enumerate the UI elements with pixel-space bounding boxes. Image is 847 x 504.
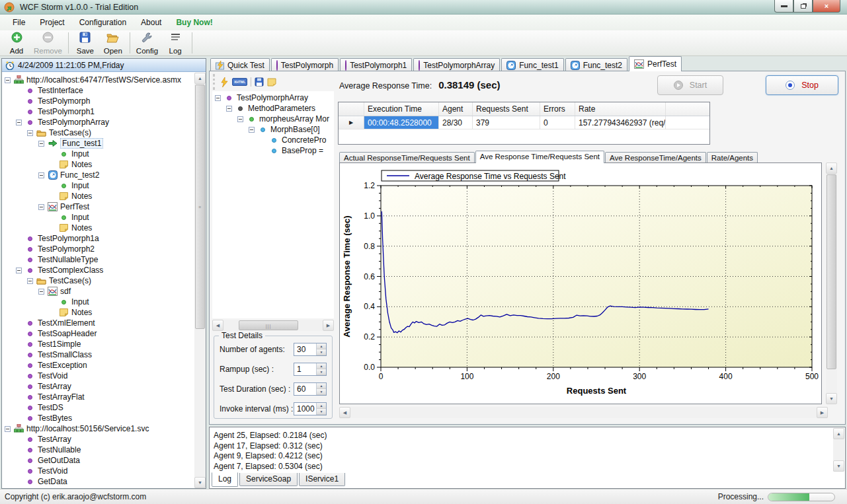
tree-item-testnullabletype[interactable]: TestNullableType xyxy=(2,254,194,265)
spin-down-icon[interactable]: ▼ xyxy=(317,409,326,415)
chart-vscrollbar[interactable]: ▲ ▼ xyxy=(826,162,837,404)
tab-perftest[interactable]: PerfTest xyxy=(629,56,682,71)
stop-button[interactable]: Stop xyxy=(766,75,838,95)
collapse-toggle-icon[interactable] xyxy=(16,120,22,126)
result-tab-ave-responsetime-agents[interactable]: Ave ResponseTime/Agents xyxy=(605,152,706,163)
scroll-left-icon[interactable]: ◀ xyxy=(339,407,350,418)
tree-item-testpolymorpharray[interactable]: TestPolymorphArray xyxy=(2,117,194,127)
spin-down-icon[interactable]: ▼ xyxy=(317,369,326,375)
scroll-right-icon[interactable]: ▶ xyxy=(323,320,334,331)
collapse-toggle-icon[interactable] xyxy=(215,95,221,101)
method-tree-hscrollbar[interactable]: ◀ ||| ▶ xyxy=(212,320,334,331)
tree-item-notes[interactable]: Notes xyxy=(2,191,194,201)
tree-item-testarrayflat[interactable]: TestArrayFlat xyxy=(2,392,194,402)
xml-view-icon[interactable]: XHTML xyxy=(232,78,247,86)
tree-item-testcase-s[interactable]: TestCase(s) xyxy=(2,127,194,138)
tab-func-test1[interactable]: Func_test1 xyxy=(501,58,563,71)
tree-item-testvoid[interactable]: TestVoid xyxy=(2,371,194,381)
collapse-toggle-icon[interactable] xyxy=(38,289,44,295)
spin-down-icon[interactable]: ▼ xyxy=(317,389,326,395)
log-button[interactable]: Log xyxy=(161,30,189,55)
tree-item-testds[interactable]: TestDS xyxy=(2,402,194,413)
grid-cell-execution-time[interactable]: 00:00:48.2528000 xyxy=(364,116,439,129)
tree-item-testbytes[interactable]: TestBytes xyxy=(2,413,194,423)
menu-item-about[interactable]: About xyxy=(134,15,169,30)
tree-item-testsoapheader[interactable]: TestSoapHeader xyxy=(2,328,194,339)
scroll-up-icon[interactable]: ▲ xyxy=(826,162,837,174)
tree-item-input[interactable]: Input xyxy=(2,212,194,223)
save-button[interactable]: Save xyxy=(71,30,99,55)
tree-item-morpheusarray-mor[interactable]: morpheusArray Mor xyxy=(212,114,334,124)
tree-item-notes[interactable]: Notes xyxy=(2,307,194,318)
log-tab-iservice1[interactable]: IService1 xyxy=(299,473,345,486)
column-header-errors[interactable]: Errors xyxy=(540,102,575,116)
row-selector-icon[interactable]: ▶ xyxy=(339,116,364,129)
scroll-down-icon[interactable]: ▼ xyxy=(194,477,206,488)
menu-item-configuration[interactable]: Configuration xyxy=(72,15,134,30)
collapse-toggle-icon[interactable] xyxy=(38,172,44,178)
tab-testpolymorpharray[interactable]: TestPolymorphArray xyxy=(413,58,500,71)
tree-item-func-test2[interactable]: Func_test2 xyxy=(2,170,194,180)
tree-item-input[interactable]: Input xyxy=(2,180,194,191)
restore-button[interactable] xyxy=(793,0,813,13)
tree-item-notes[interactable]: Notes xyxy=(2,159,194,170)
grid-cell-errors[interactable]: 0 xyxy=(540,116,575,129)
collapse-toggle-icon[interactable] xyxy=(38,204,44,210)
scroll-right-icon[interactable]: ▶ xyxy=(817,407,828,418)
collapse-toggle-icon[interactable] xyxy=(5,426,11,432)
spin-up-icon[interactable]: ▲ xyxy=(317,363,326,369)
log-tab-servicesoap[interactable]: ServiceSoap xyxy=(239,473,298,486)
collapse-toggle-icon[interactable] xyxy=(16,268,22,273)
add-button[interactable]: Add xyxy=(3,30,30,55)
tree-item-concretepro[interactable]: ConcretePro xyxy=(212,135,334,145)
log-vscrollbar[interactable]: ▲ ▼ xyxy=(833,428,844,472)
tree-item-sdf[interactable]: sdf xyxy=(2,286,194,297)
chart-hscrollbar[interactable]: ◀ ▶ xyxy=(339,407,828,418)
test-duration-sec-stepper[interactable]: 60▲▼ xyxy=(294,382,327,396)
save-testcase-icon[interactable] xyxy=(255,77,264,87)
column-header-execution-time[interactable]: Execution Time xyxy=(364,102,439,116)
menu-item-file[interactable]: File xyxy=(5,15,32,30)
tab-quick-test[interactable]: Quick Test xyxy=(210,58,270,71)
tree-item-getoutdata[interactable]: GetOutData xyxy=(2,455,194,466)
collapse-toggle-icon[interactable] xyxy=(27,278,33,284)
tree-item-perftest[interactable]: PerfTest xyxy=(2,201,194,212)
log-output[interactable]: Agent 25, Elapsed: 0.2184 (sec)Agent 17,… xyxy=(214,431,830,471)
close-button[interactable]: × xyxy=(813,0,840,13)
column-header-agent[interactable]: Agent xyxy=(439,102,473,116)
grid-row[interactable]: ▶00:00:48.252800028/303790157.2779434629… xyxy=(339,116,709,129)
tree-item-getdata[interactable]: GetData xyxy=(2,476,194,487)
tree-item-testvoid[interactable]: TestVoid xyxy=(2,466,194,476)
config-button[interactable]: Config xyxy=(133,30,161,55)
tree-item-testxmlelement[interactable]: TestXmlElement xyxy=(2,318,194,328)
invoke-interval-ms-stepper[interactable]: 1000▲▼ xyxy=(294,402,327,415)
menu-item-project[interactable]: Project xyxy=(32,15,71,30)
grid-cell-agent[interactable]: 28/30 xyxy=(439,116,473,129)
tree-item-testexception[interactable]: TestException xyxy=(2,360,194,371)
remove-button[interactable]: Remove xyxy=(30,30,65,55)
tree-item-http-localhost-64747-testws-service-asmx[interactable]: http://localhost:64747/TestWS/Service.as… xyxy=(2,75,194,85)
collapse-toggle-icon[interactable] xyxy=(27,130,33,136)
tree-item-testarray[interactable]: TestArray xyxy=(2,434,194,445)
grid-cell-rate[interactable]: 157.277943462937 (req/min) xyxy=(575,116,666,129)
tree-item-testcomplexclass[interactable]: TestComplexClass xyxy=(2,265,194,275)
tree-item-testpolymorph1a[interactable]: TestPolymorph1a xyxy=(2,233,194,244)
scroll-up-icon[interactable]: ▲ xyxy=(194,73,206,84)
scroll-down-icon[interactable]: ▼ xyxy=(833,460,844,472)
collapse-toggle-icon[interactable] xyxy=(5,77,11,83)
tree-item-testpolymorph2[interactable]: TestPolymorph2 xyxy=(2,244,194,254)
tree-item-testinterface[interactable]: TestInterface xyxy=(2,85,194,96)
start-button[interactable]: Start xyxy=(657,75,723,95)
tree-item-func-test1[interactable]: Func_test1 xyxy=(2,138,194,149)
tree-item-http-localhost-50156-service1-svc[interactable]: http://localhost:50156/Service1.svc xyxy=(2,423,194,434)
result-tab-actual-responsetime-requests-sent[interactable]: Actual ResponseTime/Requests Sent xyxy=(339,152,475,163)
column-header-requests-sent[interactable]: Requests Sent xyxy=(473,102,540,116)
tree-item-notes[interactable]: Notes xyxy=(2,223,194,233)
number-of-agents-stepper[interactable]: 30▲▼ xyxy=(294,343,327,356)
tree-item-baseprop[interactable]: BaseProp = xyxy=(212,145,334,156)
notes-toolbar-icon[interactable] xyxy=(267,77,276,87)
column-header-rate[interactable]: Rate xyxy=(575,102,666,116)
invoke-icon[interactable] xyxy=(220,77,229,87)
result-tab-ave-response-time-requests-sent[interactable]: Ave Response Time/Requests Sent xyxy=(475,151,604,163)
service-tree-scrollbar[interactable]: ▲ ≡ ▼ xyxy=(194,73,206,488)
